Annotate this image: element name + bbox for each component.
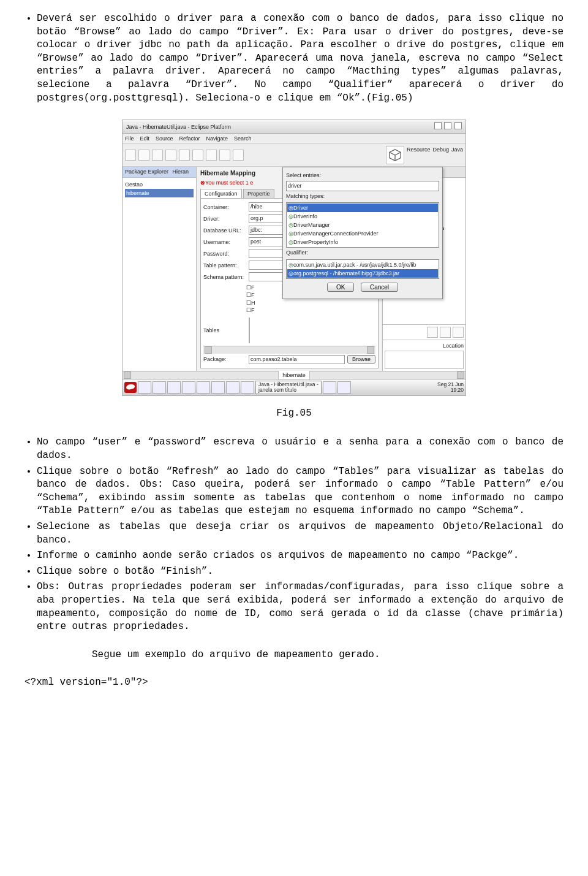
select-entries-input[interactable]: driver xyxy=(286,181,439,191)
package-explorer-tab[interactable]: Package Explorer Hieran xyxy=(123,167,196,177)
menu-edit[interactable]: Edit xyxy=(140,135,150,142)
toolbar-button[interactable] xyxy=(138,150,149,161)
toolbar-button[interactable] xyxy=(206,150,217,161)
list-item[interactable]: Driver xyxy=(287,204,438,212)
tray-icon[interactable] xyxy=(323,381,336,394)
task-line-2: janela sem título xyxy=(258,387,318,393)
list-item[interactable]: com.sun.java.util.jar.pack - /usr/java/j… xyxy=(287,261,438,269)
location-box: Location xyxy=(383,340,466,371)
bullet-bottom-1: Clique sobre o botão “Refresh” ao lado d… xyxy=(37,465,564,518)
matching-types-list[interactable]: Driver DriverInfo DriverManager DriverMa… xyxy=(286,202,439,248)
taskbar-icon[interactable] xyxy=(226,381,239,394)
perspective-icon[interactable] xyxy=(386,146,404,164)
project-item[interactable]: Gestao xyxy=(125,180,194,189)
scroll-right-icon[interactable] xyxy=(367,346,374,354)
close-icon[interactable] xyxy=(454,122,462,129)
os-taskbar: Java - HibernateUtil.java - janela sem t… xyxy=(123,379,466,395)
editor-scrollbar[interactable]: hibernate xyxy=(123,371,466,379)
cancel-button[interactable]: Cancel xyxy=(361,283,398,292)
toolbar-button[interactable] xyxy=(125,150,136,161)
nav-home-icon[interactable] xyxy=(453,327,464,338)
toolbar-button[interactable] xyxy=(152,150,163,161)
container-label: Container: xyxy=(203,204,246,211)
taskbar-task[interactable]: Java - HibernateUtil.java - janela sem t… xyxy=(255,381,322,394)
location-label: Location xyxy=(385,342,464,351)
taskbar-icon[interactable] xyxy=(153,381,166,394)
list-item[interactable]: org.postgresql - /hibernate/lib/pg73jdbc… xyxy=(287,269,438,278)
taskbar-icon[interactable] xyxy=(182,381,195,394)
hierarchy-tab-label: Hieran xyxy=(173,169,189,175)
matching-types-label: Matching types: xyxy=(286,191,439,201)
perspective-resource[interactable]: Resource xyxy=(407,146,431,164)
tab-properties[interactable]: Propertie xyxy=(243,189,274,198)
wizard-check-4[interactable]: F xyxy=(246,307,375,314)
bullet-bottom-4: Clique sobre o botão “Finish”. xyxy=(37,565,564,579)
xml-declaration: <?xml version="1.0"?> xyxy=(24,676,564,690)
tray-icon[interactable] xyxy=(337,381,351,394)
select-entries-label: Select entries: xyxy=(286,170,439,180)
tables-listbox[interactable] xyxy=(249,318,250,343)
bullet-bottom-3: Informe o caminho aonde serão criados os… xyxy=(37,549,564,563)
package-input[interactable]: com.passo2.tabela xyxy=(249,355,345,364)
list-item[interactable]: DriverPropertyInfo xyxy=(287,238,438,246)
schemapattern-label: Schema pattern: xyxy=(203,273,246,281)
scroll-right-icon[interactable] xyxy=(457,371,464,379)
window-titlebar: Java - HibernateUtil.java - Eclipse Plat… xyxy=(123,120,466,134)
figure-caption: Fig.05 xyxy=(24,407,564,421)
driver-label: Driver: xyxy=(203,215,246,223)
list-item[interactable]: DriverManagerConnectionProvider xyxy=(287,229,438,238)
menu-navigate[interactable]: Navigate xyxy=(206,135,228,142)
toolbar-button[interactable] xyxy=(165,150,176,161)
clock: Seg 21 Jun 19:20 xyxy=(437,382,464,393)
wizard-check-3[interactable]: H xyxy=(246,299,375,307)
menu-bar: File Edit Source Refactor Navigate Searc… xyxy=(123,134,466,144)
top-bullet-list: Deverá ser escolhido o driver para a con… xyxy=(24,12,564,105)
window-controls xyxy=(433,122,462,131)
dburl-label: Database URL: xyxy=(203,227,246,234)
nav-back-icon[interactable] xyxy=(427,327,438,338)
username-label: Username: xyxy=(203,238,246,246)
workspace: Package Explorer Hieran Gestao hibernate… xyxy=(123,167,466,370)
perspective-switcher: Resource Debug Java xyxy=(386,146,463,164)
select-entries-dialog: Select entries: driver Matching types: D… xyxy=(282,167,443,299)
perspective-debug[interactable]: Debug xyxy=(432,146,449,164)
taskbar-icon[interactable] xyxy=(211,381,225,394)
qualifier-list[interactable]: com.sun.java.util.jar.pack - /usr/java/j… xyxy=(286,259,439,279)
project-item-selected[interactable]: hibernate xyxy=(125,189,194,197)
scroll-left-icon[interactable] xyxy=(124,371,131,379)
menu-source[interactable]: Source xyxy=(156,135,173,142)
taskbar-icon[interactable] xyxy=(241,381,254,394)
bullet-bottom-0: No campo “user” e “password” escreva o u… xyxy=(37,436,564,462)
scroll-left-icon[interactable] xyxy=(205,346,212,354)
nav-fwd-icon[interactable] xyxy=(440,327,451,338)
clock-time: 19:20 xyxy=(451,387,464,393)
toolbar-button[interactable] xyxy=(179,150,190,161)
center-pane: Hibernate Mapping You must select 1 e Co… xyxy=(197,167,383,370)
toolbar-button[interactable] xyxy=(233,150,244,161)
browse-button[interactable]: Browse xyxy=(347,355,375,364)
list-item[interactable]: DriverManager xyxy=(287,221,438,229)
location-value[interactable] xyxy=(385,351,464,369)
horizontal-scrollbar[interactable] xyxy=(203,346,375,354)
menu-refactor[interactable]: Refactor xyxy=(179,135,200,142)
dialog-buttons: OK Cancel xyxy=(286,279,439,295)
editor-bottom-tab[interactable]: hibernate xyxy=(278,371,310,380)
bottom-bullet-list: No campo “user” e “password” escreva o u… xyxy=(24,436,564,633)
list-item[interactable]: DriverInfo xyxy=(287,212,438,221)
toolbar-button[interactable] xyxy=(192,150,203,161)
redhat-icon[interactable] xyxy=(124,382,137,393)
menu-search[interactable]: Search xyxy=(234,135,252,142)
ok-button[interactable]: OK xyxy=(327,283,354,292)
perspective-java[interactable]: Java xyxy=(451,146,463,164)
toolbar-button[interactable] xyxy=(219,150,230,161)
taskbar-icon[interactable] xyxy=(167,381,181,394)
taskbar-icon[interactable] xyxy=(197,381,210,394)
maximize-icon[interactable] xyxy=(444,122,451,129)
tail-line: Segue um exemplo do arquivo de mapeament… xyxy=(92,649,564,662)
package-explorer-body[interactable]: Gestao hibernate xyxy=(123,178,196,371)
password-label: Password: xyxy=(203,250,246,257)
taskbar-icon[interactable] xyxy=(138,381,151,394)
minimize-icon[interactable] xyxy=(434,122,442,129)
tab-configuration[interactable]: Configuration xyxy=(200,189,242,198)
menu-file[interactable]: File xyxy=(125,135,134,142)
